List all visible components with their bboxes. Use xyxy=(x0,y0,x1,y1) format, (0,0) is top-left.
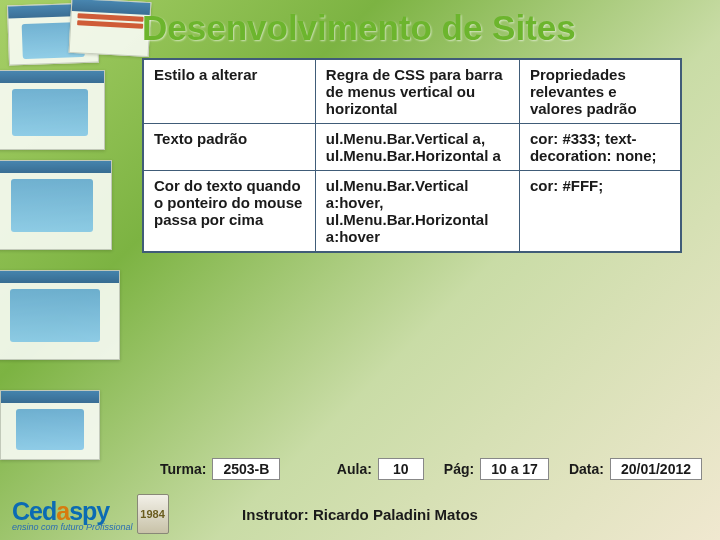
cell-props: cor: #333; text-decoration: none; xyxy=(519,124,680,171)
data-value: 20/01/2012 xyxy=(610,458,702,480)
brand-tagline: ensino com futuro Profissional xyxy=(12,522,133,532)
bg-thumb xyxy=(0,390,100,460)
bg-thumb xyxy=(0,270,120,360)
bg-thumb xyxy=(0,160,112,250)
instructor-label: Instrutor: xyxy=(242,506,309,523)
footer-meta: Turma: 2503-B Aula: 10 Pág: 10 a 17 Data… xyxy=(160,458,702,480)
bg-thumb xyxy=(0,70,105,150)
aula-label: Aula: xyxy=(337,461,372,477)
css-rules-table: Estilo a alterar Regra de CSS para barra… xyxy=(142,58,682,253)
instructor-name: Ricardo Paladini Matos xyxy=(313,506,478,523)
th-props: Propriedades relevantes e valores padrão xyxy=(519,60,680,124)
data-label: Data: xyxy=(569,461,604,477)
table-row: Cor do texto quando o ponteiro do mouse … xyxy=(144,171,681,252)
cell-rule: ul.Menu.Bar.Vertical a, ul.Menu.Bar.Hori… xyxy=(315,124,519,171)
cell-props: cor: #FFF; xyxy=(519,171,680,252)
cell-rule: ul.Menu.Bar.Vertical a:hover, ul.Menu.Ba… xyxy=(315,171,519,252)
cell-style: Cor do texto quando o ponteiro do mouse … xyxy=(144,171,316,252)
slide-title: Desenvolvimento de Sites xyxy=(142,8,700,48)
pag-value: 10 a 17 xyxy=(480,458,549,480)
turma-label: Turma: xyxy=(160,461,206,477)
background-thumbnails xyxy=(0,0,140,540)
brand-badge-icon: 1984 xyxy=(137,494,169,534)
pag-label: Pág: xyxy=(444,461,474,477)
brand-part-3: spy xyxy=(69,497,109,525)
cell-style: Texto padrão xyxy=(144,124,316,171)
brand-part-1: Ced xyxy=(12,497,56,525)
aula-value: 10 xyxy=(378,458,424,480)
turma-value: 2503-B xyxy=(212,458,280,480)
th-rule: Regra de CSS para barra de menus vertica… xyxy=(315,60,519,124)
brand-part-2: a xyxy=(56,497,69,525)
table-row: Texto padrão ul.Menu.Bar.Vertical a, ul.… xyxy=(144,124,681,171)
brand-logo: Cedaspy ensino com futuro Profissional 1… xyxy=(12,494,169,534)
th-style: Estilo a alterar xyxy=(144,60,316,124)
bg-thumb xyxy=(69,0,152,57)
